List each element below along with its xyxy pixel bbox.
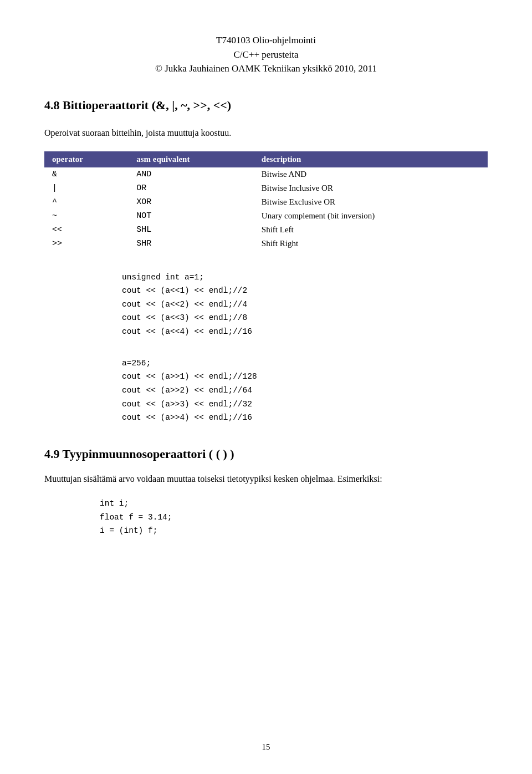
table-row: ^XORBitwise Exclusive OR [44, 195, 488, 209]
header-line1: T740103 Olio-ohjelmointi [216, 35, 316, 45]
table-cell: ~ [44, 209, 129, 223]
table-row: >>SHRShift Right [44, 237, 488, 251]
page-header: T740103 Olio-ohjelmointi C/C++ perusteit… [44, 33, 488, 76]
code-line: a=256; [122, 357, 488, 370]
code-line: unsigned int a=1; [122, 271, 488, 284]
section-49-intro: Muuttujan sisältämä arvo voidaan muuttaa… [44, 472, 488, 486]
table-cell: << [44, 223, 129, 237]
table-cell: SHL [129, 223, 254, 237]
code-section-1: unsigned int a=1;cout << (a<<1) << endl;… [44, 271, 488, 339]
operator-table: operator asm equivalent description &AND… [44, 151, 488, 251]
page-number: 15 [262, 742, 270, 752]
code-block-1: unsigned int a=1;cout << (a<<1) << endl;… [122, 271, 488, 339]
code-line: i = (int) f; [100, 524, 488, 538]
table-cell: OR [129, 181, 254, 195]
header-text: T740103 Olio-ohjelmointi C/C++ perusteit… [44, 33, 488, 76]
table-cell: SHR [129, 237, 254, 251]
code-line: cout << (a<<1) << endl;//2 [122, 284, 488, 298]
table-cell: Bitwise Exclusive OR [254, 195, 488, 209]
code-line: cout << (a<<2) << endl;//4 [122, 298, 488, 312]
header-line3: © Jukka Jauhiainen OAMK Tekniikan yksikk… [155, 63, 377, 74]
table-row: ~NOTUnary complement (bit inversion) [44, 209, 488, 223]
code-line: cout << (a>>1) << endl;//128 [122, 370, 488, 384]
table-cell: >> [44, 237, 129, 251]
table-cell: Unary complement (bit inversion) [254, 209, 488, 223]
table-row: <<SHLShift Left [44, 223, 488, 237]
col-asm: asm equivalent [129, 151, 254, 167]
header-line2: C/C++ perusteita [234, 49, 299, 60]
section-48-intro: Operoivat suoraan bitteihin, joista muut… [44, 128, 488, 138]
code-line: cout << (a<<4) << endl;//16 [122, 325, 488, 339]
page: T740103 Olio-ohjelmointi C/C++ perusteit… [0, 0, 532, 774]
table-cell: Bitwise Inclusive OR [254, 181, 488, 195]
code-line: cout << (a>>4) << endl;//16 [122, 411, 488, 425]
code-line: cout << (a>>2) << endl;//64 [122, 384, 488, 398]
table-cell: XOR [129, 195, 254, 209]
table-cell: AND [129, 167, 254, 181]
section-49-heading: 4.9 Tyypinmuunnosoperaattori ( ( ) ) [44, 447, 488, 461]
code-section-3: int i;float f = 3.14; i = (int) f; [100, 497, 488, 538]
code-line: int i; [100, 497, 488, 511]
table-cell: | [44, 181, 129, 195]
table-cell: Shift Right [254, 237, 488, 251]
code-line: float f = 3.14; [100, 511, 488, 525]
table-cell: Bitwise AND [254, 167, 488, 181]
table-cell: NOT [129, 209, 254, 223]
table-cell: Shift Left [254, 223, 488, 237]
table-cell: & [44, 167, 129, 181]
col-operator: operator [44, 151, 129, 167]
table-header-row: operator asm equivalent description [44, 151, 488, 167]
col-description: description [254, 151, 488, 167]
table-row: &ANDBitwise AND [44, 167, 488, 181]
table-cell: ^ [44, 195, 129, 209]
table-row: |ORBitwise Inclusive OR [44, 181, 488, 195]
code-line: cout << (a>>3) << endl;//32 [122, 398, 488, 411]
code-section-2: a=256;cout << (a>>1) << endl;//128cout <… [44, 357, 488, 425]
code-line: cout << (a<<3) << endl;//8 [122, 311, 488, 325]
code-block-2: a=256;cout << (a>>1) << endl;//128cout <… [122, 357, 488, 425]
section-48-heading: 4.8 Bittioperaattorit (&, |, ~, >>, <<) [44, 98, 488, 113]
